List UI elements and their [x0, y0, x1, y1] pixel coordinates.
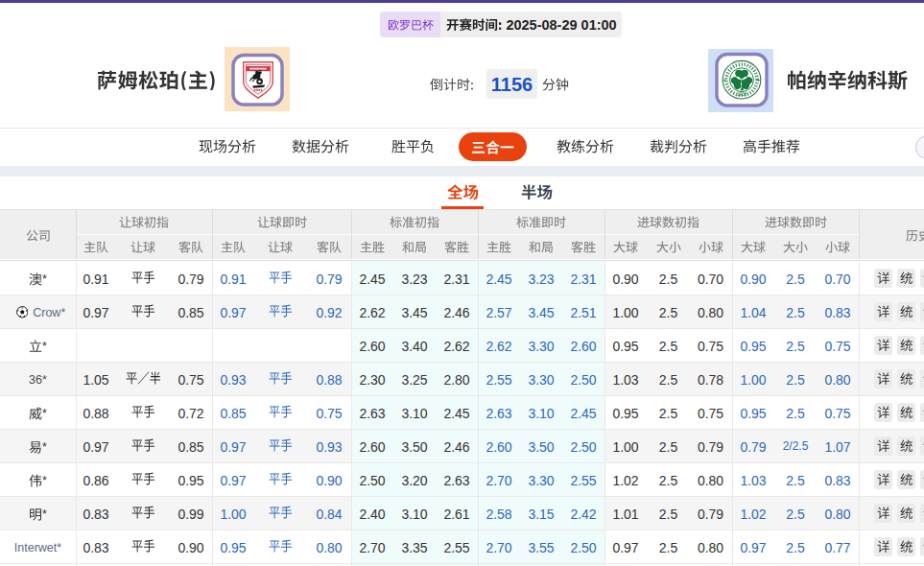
svg-text:1908: 1908: [737, 92, 747, 97]
